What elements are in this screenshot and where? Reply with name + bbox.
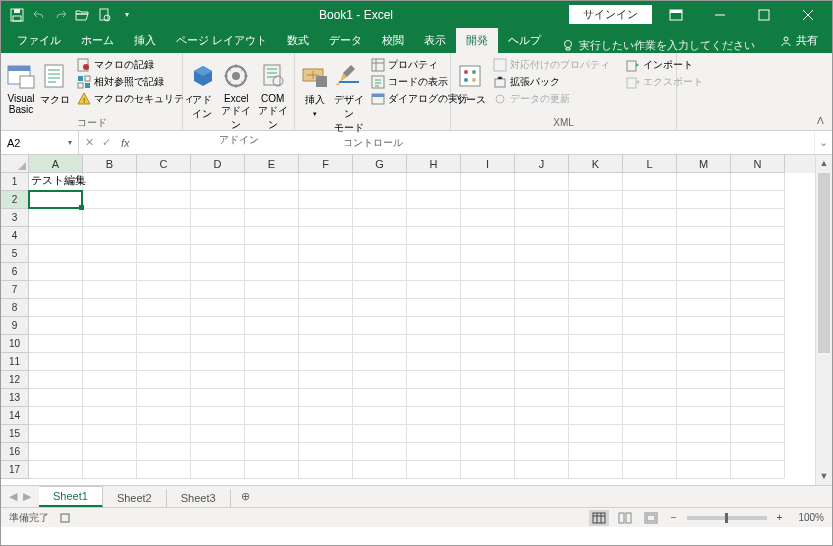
cell-J14[interactable] (515, 407, 569, 425)
cell-H10[interactable] (407, 335, 461, 353)
cell-E14[interactable] (245, 407, 299, 425)
cell-C10[interactable] (137, 335, 191, 353)
undo-icon[interactable] (29, 5, 49, 25)
cell-I3[interactable] (461, 209, 515, 227)
cell-J6[interactable] (515, 263, 569, 281)
cell-L14[interactable] (623, 407, 677, 425)
col-header-M[interactable]: M (677, 155, 731, 173)
tellme-search[interactable]: 実行したい作業を入力してください (551, 38, 765, 53)
cell-L9[interactable] (623, 317, 677, 335)
cell-A1[interactable]: テスト編集 (29, 173, 83, 191)
cell-N1[interactable] (731, 173, 785, 191)
cell-E12[interactable] (245, 371, 299, 389)
cell-C7[interactable] (137, 281, 191, 299)
cell-G10[interactable] (353, 335, 407, 353)
row-header-4[interactable]: 4 (1, 227, 29, 245)
row-header-17[interactable]: 17 (1, 461, 29, 479)
cell-A6[interactable] (29, 263, 83, 281)
cell-A12[interactable] (29, 371, 83, 389)
row-header-3[interactable]: 3 (1, 209, 29, 227)
tab-home[interactable]: ホーム (71, 28, 124, 53)
scroll-up-icon[interactable]: ▲ (816, 155, 832, 172)
name-box[interactable]: A2▾ (1, 131, 79, 154)
zoom-slider[interactable] (687, 516, 767, 520)
cell-N4[interactable] (731, 227, 785, 245)
cell-E13[interactable] (245, 389, 299, 407)
cell-D10[interactable] (191, 335, 245, 353)
cell-N2[interactable] (731, 191, 785, 209)
cell-G12[interactable] (353, 371, 407, 389)
cell-M14[interactable] (677, 407, 731, 425)
cell-E10[interactable] (245, 335, 299, 353)
cell-F6[interactable] (299, 263, 353, 281)
cell-A10[interactable] (29, 335, 83, 353)
cell-L13[interactable] (623, 389, 677, 407)
open-icon[interactable] (73, 5, 93, 25)
cell-B17[interactable] (83, 461, 137, 479)
cell-B6[interactable] (83, 263, 137, 281)
tab-view[interactable]: 表示 (414, 28, 456, 53)
cell-F5[interactable] (299, 245, 353, 263)
col-header-E[interactable]: E (245, 155, 299, 173)
cell-H2[interactable] (407, 191, 461, 209)
col-header-N[interactable]: N (731, 155, 785, 173)
cell-N3[interactable] (731, 209, 785, 227)
cell-B5[interactable] (83, 245, 137, 263)
macro-record-status-icon[interactable] (59, 512, 71, 524)
fx-icon[interactable]: fx (117, 131, 134, 154)
cell-I7[interactable] (461, 281, 515, 299)
cell-C3[interactable] (137, 209, 191, 227)
row-header-15[interactable]: 15 (1, 425, 29, 443)
cell-K1[interactable] (569, 173, 623, 191)
cell-C12[interactable] (137, 371, 191, 389)
cell-D4[interactable] (191, 227, 245, 245)
cell-I12[interactable] (461, 371, 515, 389)
cell-M8[interactable] (677, 299, 731, 317)
cell-K6[interactable] (569, 263, 623, 281)
cell-G7[interactable] (353, 281, 407, 299)
cell-B4[interactable] (83, 227, 137, 245)
cell-H8[interactable] (407, 299, 461, 317)
cell-D15[interactable] (191, 425, 245, 443)
cell-A4[interactable] (29, 227, 83, 245)
cell-D2[interactable] (191, 191, 245, 209)
cell-J12[interactable] (515, 371, 569, 389)
cell-M16[interactable] (677, 443, 731, 461)
row-header-9[interactable]: 9 (1, 317, 29, 335)
cell-M1[interactable] (677, 173, 731, 191)
cell-N12[interactable] (731, 371, 785, 389)
com-addins-button[interactable]: COM アドイン (256, 57, 291, 132)
row-header-2[interactable]: 2 (1, 191, 29, 209)
cell-E6[interactable] (245, 263, 299, 281)
cell-B2[interactable] (83, 191, 137, 209)
cell-L3[interactable] (623, 209, 677, 227)
relative-ref-button[interactable]: 相対参照で記録 (73, 74, 198, 90)
cell-A8[interactable] (29, 299, 83, 317)
cell-M15[interactable] (677, 425, 731, 443)
cell-J10[interactable] (515, 335, 569, 353)
cell-E16[interactable] (245, 443, 299, 461)
cell-A3[interactable] (29, 209, 83, 227)
cell-J11[interactable] (515, 353, 569, 371)
cell-B10[interactable] (83, 335, 137, 353)
cell-L6[interactable] (623, 263, 677, 281)
signin-button[interactable]: サインイン (569, 5, 652, 24)
page-layout-view-icon[interactable] (615, 510, 635, 526)
cell-B15[interactable] (83, 425, 137, 443)
cell-I4[interactable] (461, 227, 515, 245)
cell-M13[interactable] (677, 389, 731, 407)
cell-L2[interactable] (623, 191, 677, 209)
cell-M2[interactable] (677, 191, 731, 209)
add-sheet-button[interactable]: ⊕ (231, 488, 260, 505)
cell-I10[interactable] (461, 335, 515, 353)
cell-B13[interactable] (83, 389, 137, 407)
cell-G4[interactable] (353, 227, 407, 245)
cell-D7[interactable] (191, 281, 245, 299)
maximize-icon[interactable] (744, 1, 784, 28)
sheet-nav-prev-icon[interactable]: ◀ (9, 490, 17, 503)
sheet-tab-sheet1[interactable]: Sheet1 (39, 486, 103, 507)
macro-security-button[interactable]: !マクロのセキュリティ (73, 91, 198, 107)
row-header-7[interactable]: 7 (1, 281, 29, 299)
cell-G2[interactable] (353, 191, 407, 209)
cell-I5[interactable] (461, 245, 515, 263)
